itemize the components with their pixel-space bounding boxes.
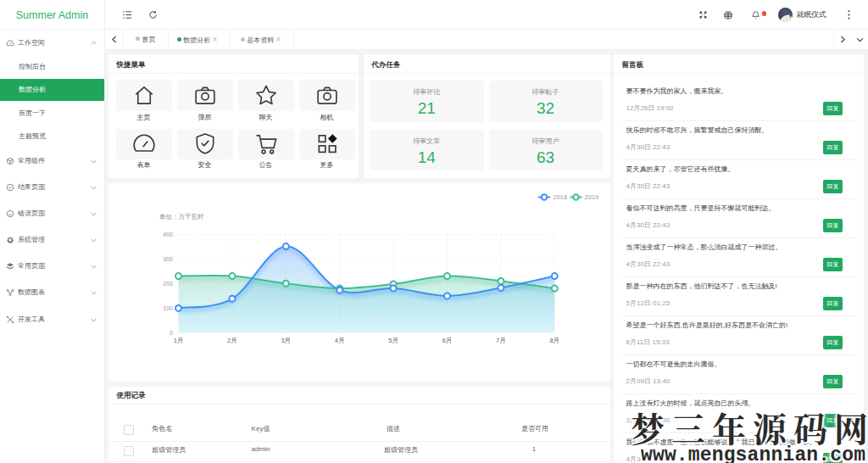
svg-text:100: 100	[163, 305, 173, 311]
svg-text:8月: 8月	[549, 337, 559, 344]
svg-text:2月: 2月	[227, 337, 237, 344]
svg-text:2018: 2018	[553, 193, 567, 201]
svg-text:200: 200	[163, 281, 173, 287]
svg-text:1月: 1月	[173, 336, 183, 343]
svg-text:5月: 5月	[388, 337, 398, 344]
svg-text:4月: 4月	[334, 337, 344, 344]
svg-text:0: 0	[170, 330, 173, 336]
svg-text:7月: 7月	[496, 337, 506, 344]
svg-text:2019: 2019	[584, 193, 598, 201]
svg-text:300: 300	[163, 256, 173, 262]
svg-text:3月: 3月	[281, 337, 291, 344]
svg-text:6月: 6月	[442, 337, 452, 344]
svg-text:400: 400	[163, 232, 173, 237]
svg-text:单位：万千瓦时: 单位：万千瓦时	[159, 213, 204, 220]
